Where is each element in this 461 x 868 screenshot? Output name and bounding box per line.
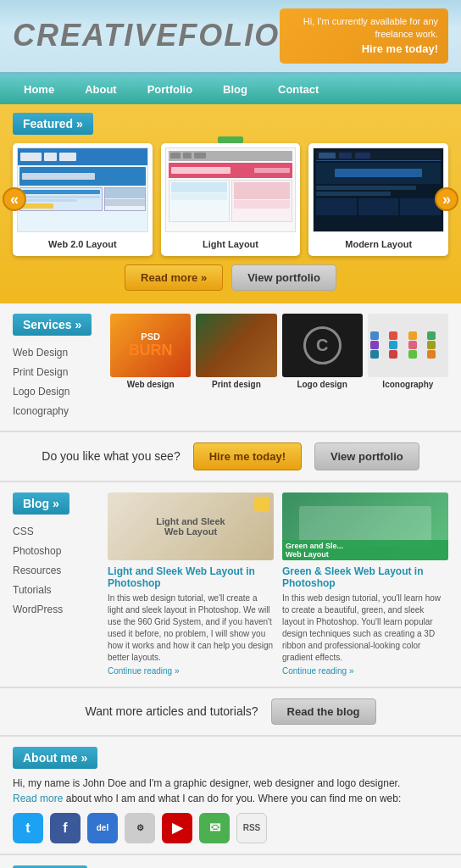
sidebar-item-webdesign[interactable]: Web Design (13, 342, 97, 362)
service-label-iconography: Iconography (368, 380, 448, 389)
blog-post-2: Green and Sle...Web Layout Green & Sleek… (282, 492, 448, 676)
post2-continue[interactable]: Continue reading » (282, 666, 354, 676)
about-title: About me (13, 747, 97, 769)
post1-excerpt: In this web design tutorial, we'll creat… (108, 593, 274, 664)
hire-bar: Do you like what you see? Hire me today!… (0, 432, 461, 482)
about-read-more[interactable]: Read more (13, 793, 63, 804)
service-webdesign[interactable]: PSDBURN Web design (110, 314, 191, 420)
hire-text: Hi, I'm currently available for any free… (303, 16, 438, 39)
post1-title: Light and Sleek Web Layout in Photoshop (108, 565, 274, 589)
service-label-print: Print design (196, 380, 276, 389)
facebook-icon[interactable]: f (50, 813, 81, 843)
nav-blog[interactable]: Blog (208, 75, 263, 104)
main-nav: Home About Portfolio Blog Contact (0, 75, 461, 104)
post2-title: Green & Sleek Web Layout in Photoshop (282, 565, 448, 589)
featured-item-light[interactable]: Light Layout (161, 143, 301, 256)
blog-green-banner: Green and Sle...Web Layout (282, 540, 448, 560)
nav-contact[interactable]: Contact (263, 75, 334, 104)
services-section: Services Web Design Print Design Logo De… (0, 303, 461, 432)
view-portfolio-button2[interactable]: View portfolio (314, 442, 419, 470)
featured-buttons: Read more » View portfolio (13, 264, 448, 291)
service-logodesign[interactable]: C Logo design (282, 314, 363, 420)
hire-today-button[interactable]: Hire me today! (193, 442, 302, 470)
featured-label-light: Light Layout (165, 236, 297, 252)
blog-post-1: Light and SleekWeb Layout Light and Slee… (108, 492, 274, 676)
services-grid: PSDBURN Web design Print design C Logo d… (110, 314, 448, 420)
blog-sidebar-resources[interactable]: Resources (13, 560, 97, 580)
featured-section: Featured « (0, 104, 461, 303)
contact-section: Contact SEND (0, 855, 461, 868)
blog-section: Blog CSS Photoshop Resources Tutorials W… (0, 482, 461, 688)
logo: CREATIVEFOLIO (13, 18, 280, 53)
digg-icon[interactable]: ⚙ (125, 813, 155, 843)
view-portfolio-button[interactable]: View portfolio (231, 264, 336, 291)
rss-icon[interactable]: RSS (236, 813, 267, 843)
blog-sidebar-wordpress[interactable]: WordPress (13, 599, 97, 619)
blog-sidebar: Blog CSS Photoshop Resources Tutorials W… (13, 492, 97, 676)
nav-portfolio[interactable]: Portfolio (132, 75, 208, 104)
featured-title: Featured (13, 113, 93, 135)
blog-posts: Light and SleekWeb Layout Light and Slee… (108, 492, 448, 676)
service-label-web: Web design (110, 380, 191, 389)
blog-title: Blog (13, 492, 69, 515)
blog-sidebar-tutorials[interactable]: Tutorials (13, 580, 97, 599)
service-iconography[interactable]: Iconography (368, 314, 448, 420)
nav-about[interactable]: About (69, 75, 132, 104)
more-bar: Want more articles and tutorials? Read t… (0, 688, 461, 737)
post1-continue[interactable]: Continue reading » (108, 666, 180, 676)
hire-link[interactable]: Hire me today! (290, 42, 438, 57)
about-text: Hi, my name is John Doe and I'm a graphi… (13, 776, 448, 806)
blog-sidebar-css[interactable]: CSS (13, 521, 97, 541)
featured-label-modern: Modern Layout (313, 236, 444, 252)
chat-icon[interactable]: ✉ (199, 813, 230, 843)
featured-item-web[interactable]: Web 2.0 Layout (13, 143, 153, 256)
sidebar-item-iconography[interactable]: Iconography (13, 401, 97, 420)
header: CREATIVEFOLIO Hi, I'm currently availabl… (0, 0, 461, 75)
read-blog-button[interactable]: Read the blog (271, 698, 376, 725)
featured-item-modern[interactable]: Modern Layout (308, 143, 448, 256)
twitter-icon[interactable]: t (13, 813, 43, 843)
hire-box[interactable]: Hi, I'm currently available for any free… (280, 8, 448, 64)
featured-items: Web 2.0 Layout (13, 143, 448, 256)
post2-excerpt: In this web design tutorial, you'll lear… (282, 593, 448, 664)
blog-sidebar-photoshop[interactable]: Photoshop (13, 541, 97, 560)
featured-label-web: Web 2.0 Layout (17, 236, 148, 252)
services-title: Services (13, 314, 92, 336)
service-label-logo: Logo design (282, 380, 363, 389)
read-more-button[interactable]: Read more » (125, 264, 223, 291)
nav-home[interactable]: Home (8, 75, 69, 104)
delicious-icon[interactable]: del (87, 813, 118, 843)
youtube-icon[interactable]: ▶ (162, 813, 192, 843)
hire-question: Do you like what you see? (42, 449, 180, 463)
sidebar-item-logodesign[interactable]: Logo Design (13, 381, 97, 401)
social-icons: t f del ⚙ ▶ ✉ RSS (13, 813, 448, 843)
next-arrow[interactable]: » (435, 187, 458, 211)
sidebar-item-printdesign[interactable]: Print Design (13, 362, 97, 381)
services-sidebar: Services Web Design Print Design Logo De… (13, 314, 97, 420)
about-section: About me Hi, my name is John Doe and I'm… (0, 737, 461, 855)
more-question: Want more articles and tutorials? (85, 704, 258, 718)
service-printdesign[interactable]: Print design (196, 314, 276, 420)
